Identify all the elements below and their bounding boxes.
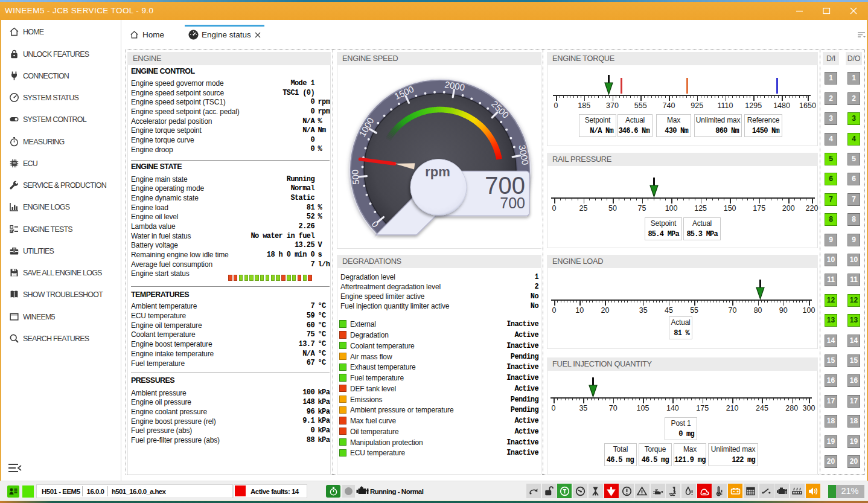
svg-text:700: 700 [500, 194, 525, 211]
svg-text:rpm: rpm [425, 164, 450, 179]
svg-text:500: 500 [349, 169, 361, 185]
